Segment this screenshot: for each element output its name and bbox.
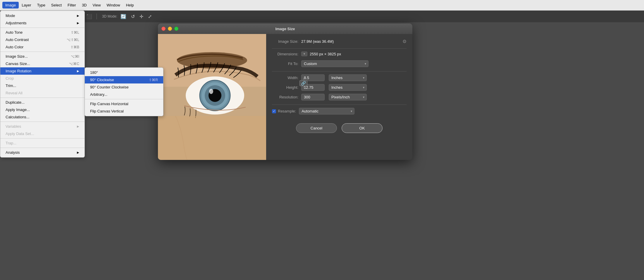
divider-3 xyxy=(272,105,407,105)
image-dropdown-menu: Mode ▶ Adjustments ▶ Auto Tone ⇧⌘L Auto … xyxy=(0,11,85,158)
fit-to-select-wrapper: Custom xyxy=(301,60,369,67)
menubar-item-select[interactable]: Select xyxy=(48,2,65,8)
width-unit-select[interactable]: Inches xyxy=(329,74,367,81)
resample-label: Resample: xyxy=(278,109,296,113)
submenu-item-arbitrary[interactable]: Arbitrary... xyxy=(85,91,163,98)
dimensions-label: Dimensions: xyxy=(272,52,298,56)
menu-item-trap[interactable]: Trap... xyxy=(0,139,85,147)
resample-checkbox[interactable]: ✓ xyxy=(272,109,276,113)
dialog-buttons: Cancel OK xyxy=(272,120,407,139)
menu-sep-1 xyxy=(0,28,85,28)
menu-item-canvas-size[interactable]: Canvas Size... ⌥⌘C xyxy=(0,60,85,67)
width-unit-wrapper: Inches xyxy=(329,74,367,81)
menu-item-analysis[interactable]: Analysis ▶ xyxy=(0,149,85,156)
menu-item-auto-color[interactable]: Auto Color ⇧⌘B xyxy=(0,43,85,51)
ok-button[interactable]: OK xyxy=(342,123,383,133)
menu-sep-6 xyxy=(0,148,85,148)
menu-item-apply-data-set[interactable]: Apply Data Set... xyxy=(0,130,85,137)
3d-rotate-icon[interactable]: 🔄 xyxy=(119,13,128,20)
close-button[interactable] xyxy=(161,27,166,31)
menu-sep-5 xyxy=(0,138,85,139)
image-size-value: 27.9M (was 36.4M) xyxy=(301,39,334,44)
dimensions-dropdown-btn[interactable]: ▼ xyxy=(301,52,307,56)
image-size-row: Image Size: 27.9M (was 36.4M) ⚙ xyxy=(272,39,407,44)
resample-select-wrapper: Automatic xyxy=(299,108,354,115)
fit-to-select[interactable]: Custom xyxy=(301,60,369,67)
resample-select[interactable]: Automatic xyxy=(299,108,354,115)
menu-item-image-rotation[interactable]: Image Rotation ▶ xyxy=(0,67,85,75)
height-label: Height: xyxy=(272,85,298,90)
menu-item-trim[interactable]: Trim... xyxy=(0,82,85,89)
menubar-item-type[interactable]: Type xyxy=(34,2,48,8)
auto-contrast-shortcut: ⌥⇧⌘L xyxy=(67,38,79,42)
maximize-button[interactable] xyxy=(174,27,178,31)
analysis-arrow-icon: ▶ xyxy=(77,151,79,154)
dialog-backdrop: Image Size xyxy=(158,23,412,160)
height-unit-select[interactable]: Inches xyxy=(329,84,367,91)
submenu-item-90ccw[interactable]: 90° Counter Clockwise xyxy=(85,83,163,91)
dimensions-value: 2550 px × 3825 px xyxy=(310,52,341,56)
menubar-item-help[interactable]: Help xyxy=(123,2,137,8)
resolution-label: Resolution: xyxy=(272,95,298,99)
divider-2 xyxy=(272,71,407,71)
submenu-item-flip-h[interactable]: Flip Canvas Horizontal xyxy=(85,100,163,107)
menubar-item-view[interactable]: View xyxy=(90,2,104,8)
dialog-controls: Image Size: 27.9M (was 36.4M) ⚙ Dimensio… xyxy=(266,34,412,160)
resample-row: ✓ Resample: Automatic xyxy=(272,108,407,115)
menu-item-duplicate[interactable]: Duplicate... xyxy=(0,99,85,106)
image-size-shortcut: ⌥⌘I xyxy=(71,54,79,59)
90cw-shortcut: ⇧⌘R xyxy=(149,78,158,82)
menu-item-crop[interactable]: Crop xyxy=(0,75,85,82)
resolution-row: Resolution: Pixels/Inch xyxy=(272,94,407,100)
resolution-unit-wrapper: Pixels/Inch xyxy=(329,94,367,100)
eye-preview-image xyxy=(158,34,266,160)
canvas-size-shortcut: ⌥⌘C xyxy=(69,62,79,66)
menu-item-image-size[interactable]: Image Size... ⌥⌘I xyxy=(0,53,85,60)
mode-arrow-icon: ▶ xyxy=(77,14,79,17)
submenu-sep-1 xyxy=(85,99,163,99)
submenu-item-90cw[interactable]: 90° Clockwise ⇧⌘R xyxy=(85,76,163,83)
settings-gear-icon[interactable]: ⚙ xyxy=(402,39,407,44)
menu-item-apply-image[interactable]: Apply Image... xyxy=(0,106,85,113)
submenu-item-180[interactable]: 180° xyxy=(85,69,163,76)
menu-item-adjustments[interactable]: Adjustments ▶ xyxy=(0,19,85,27)
link-constraint-icon[interactable]: 🔗 xyxy=(299,78,307,88)
distribute-v-icon[interactable]: ⬛ xyxy=(85,13,94,20)
height-unit-wrapper: Inches xyxy=(329,84,367,91)
svg-point-9 xyxy=(209,89,213,94)
link-icon: 🔗 xyxy=(299,80,307,86)
menubar-item-filter[interactable]: Filter xyxy=(65,2,79,8)
resolution-unit-select[interactable]: Pixels/Inch xyxy=(329,94,367,100)
width-label: Width: xyxy=(272,76,298,80)
menubar-item-image[interactable]: Image xyxy=(2,2,19,8)
menu-item-auto-contrast[interactable]: Auto Contrast ⌥⇧⌘L xyxy=(0,36,85,43)
image-size-dialog: Image Size xyxy=(158,23,412,160)
menu-item-calculations[interactable]: Calculations... xyxy=(0,113,85,121)
fit-to-row: Fit To: Custom xyxy=(272,60,407,67)
cancel-button[interactable]: Cancel xyxy=(296,123,337,133)
menubar-item-window[interactable]: Window xyxy=(104,2,123,8)
menu-item-reveal-all[interactable]: Reveal All xyxy=(0,89,85,97)
3d-slide-icon[interactable]: ⤢ xyxy=(147,13,153,20)
width-row: Width: Inches xyxy=(272,74,407,81)
link-line-top xyxy=(303,78,304,80)
3d-pan-icon[interactable]: ✛ xyxy=(138,13,145,20)
divider-1 xyxy=(272,48,407,49)
menubar-item-layer[interactable]: Layer xyxy=(19,2,34,8)
menubar-item-3d[interactable]: 3D xyxy=(79,2,90,8)
menu-item-auto-tone[interactable]: Auto Tone ⇧⌘L xyxy=(0,29,85,36)
menu-item-variables[interactable]: Variables ▶ xyxy=(0,123,85,130)
3d-roll-icon[interactable]: ↺ xyxy=(130,13,136,20)
resolution-input[interactable] xyxy=(301,94,325,100)
svg-rect-10 xyxy=(158,116,266,160)
menu-item-mode[interactable]: Mode ▶ xyxy=(0,12,85,19)
link-line-bottom xyxy=(303,86,304,88)
height-row: Height: Inches xyxy=(272,84,407,91)
menu-sep-4 xyxy=(0,122,85,122)
image-rotation-submenu: 180° 90° Clockwise ⇧⌘R 90° Counter Clock… xyxy=(85,67,163,116)
dialog-title: Image Size xyxy=(275,27,295,31)
dimensions-row: Dimensions: ▼ 2550 px × 3825 px xyxy=(272,52,407,56)
submenu-item-flip-v[interactable]: Flip Canvas Vertical xyxy=(85,107,163,115)
auto-tone-shortcut: ⇧⌘L xyxy=(71,30,79,35)
minimize-button[interactable] xyxy=(168,27,172,31)
